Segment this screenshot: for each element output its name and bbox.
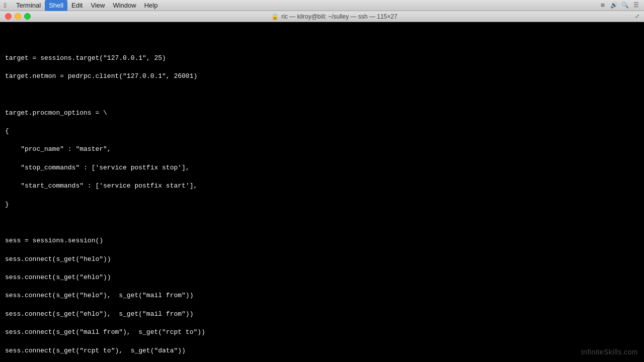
minimize-button[interactable] (15, 13, 21, 20)
terminal-line-8: } (5, 200, 639, 209)
terminal-line-6: "stop_commands" : ['service postfix stop… (5, 163, 639, 172)
window-chrome: 🔒 ric — kilroy@bill: ~/sulley — ssh — 11… (0, 11, 644, 22)
window-title: 🔒 ric — kilroy@bill: ~/sulley — ssh — 11… (36, 13, 633, 20)
terminal-line-11: sess.connect(s_get("ehlo")) (5, 273, 639, 282)
terminal-line-1: target = sessions.target("127.0.0.1", 25… (5, 54, 639, 63)
terminal-line-blank1 (5, 35, 639, 44)
terminal-line-blank2 (5, 90, 639, 99)
menu-window[interactable]: Window (109, 0, 140, 11)
terminal-content[interactable]: target = sessions.target("127.0.0.1", 25… (0, 22, 644, 362)
volume-icon[interactable]: 🔊 (610, 2, 618, 10)
lock-icon: 🔒 (271, 13, 279, 20)
terminal-line-5: "proc_name" : "master", (5, 145, 639, 154)
close-button[interactable] (5, 13, 12, 20)
resize-icon[interactable]: ⤢ (633, 13, 641, 21)
terminal-line-12: sess.connect(s_get("helo"), s_get("mail … (5, 291, 639, 300)
terminal-line-7: "start_commands" : ['service postfix sta… (5, 182, 639, 191)
apple-menu[interactable]:  (0, 0, 10, 11)
terminal-line-10: sess.connect(s_get("helo")) (5, 255, 639, 264)
terminal-line-15: sess.connect(s_get("rcpt to"), s_get("da… (5, 346, 639, 355)
list-icon[interactable]: ☰ (632, 2, 640, 10)
menu-bar-right-icons: ⊞ 🔊 🔍 ☰ (599, 2, 644, 10)
window-controls-icon[interactable]: ⊞ (599, 2, 607, 10)
window-title-text: ric — kilroy@bill: ~/sulley — ssh — 115×… (281, 13, 397, 20)
terminal-line-3: target.procmon_options = \ (5, 109, 639, 118)
terminal-line-4: { (5, 127, 639, 136)
terminal-line-13: sess.connect(s_get("ehlo"), s_get("mail … (5, 310, 639, 319)
terminal-line-9: sess = sessions.session() (5, 236, 639, 245)
traffic-lights (0, 13, 36, 20)
menu-terminal[interactable]: Terminal (12, 0, 45, 11)
search-icon[interactable]: 🔍 (621, 2, 629, 10)
menu-view[interactable]: View (87, 0, 109, 11)
terminal-line-14: sess.connect(s_get("mail from"), s_get("… (5, 328, 639, 337)
terminal-line-blank3 (5, 218, 639, 227)
menu-bar:  Terminal Shell Edit View Window Help ⊞… (0, 0, 644, 11)
terminal-line-2: target.netmon = pedrpc.client("127.0.0.1… (5, 72, 639, 81)
menu-help[interactable]: Help (140, 0, 162, 11)
menu-bar-items:  Terminal Shell Edit View Window Help (0, 0, 162, 11)
menu-shell[interactable]: Shell (45, 0, 67, 11)
menu-edit[interactable]: Edit (67, 0, 87, 11)
maximize-button[interactable] (24, 13, 31, 20)
